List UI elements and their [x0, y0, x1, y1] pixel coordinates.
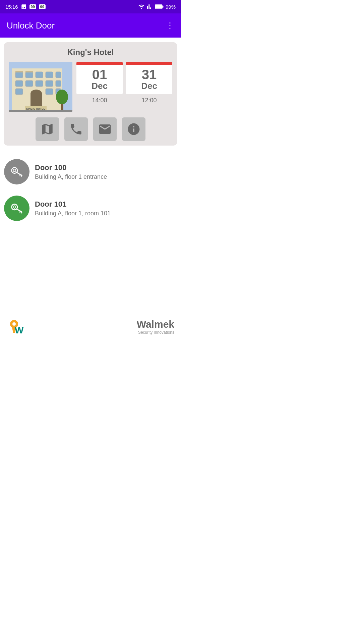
walmek-keyhole-logo: W [7, 317, 25, 336]
status-left: 15:16 99 99 [5, 4, 46, 10]
hotel-main: KING'S HOTEL 01 Dec 31 [9, 62, 172, 112]
svg-rect-26 [9, 110, 72, 112]
hotel-card: King's Hotel [4, 42, 177, 146]
footer-logo-left: W [7, 317, 25, 336]
checkout-time: 12:00 [126, 97, 172, 104]
svg-rect-18 [46, 89, 53, 95]
svg-rect-11 [56, 72, 61, 78]
map-button[interactable] [36, 117, 59, 141]
door-item-101[interactable]: Door 101 Building A, floor 1, room 101 [4, 190, 177, 226]
door-101-info: Door 101 Building A, floor 1, room 101 [35, 200, 177, 217]
checkout-month: Dec [127, 81, 171, 91]
checkin-time: 14:00 [76, 97, 123, 104]
time: 15:16 [5, 4, 18, 10]
dates-container: 01 Dec 31 Dec 14:00 12:00 [76, 62, 172, 104]
key-icon-100 [9, 164, 24, 179]
checkout-header [126, 62, 172, 65]
svg-rect-17 [15, 89, 23, 95]
door-101-desc: Building A, floor 1, room 101 [35, 210, 177, 217]
svg-rect-1 [155, 5, 162, 8]
hotel-name: King's Hotel [9, 48, 172, 57]
door-item-100[interactable]: Door 100 Building A, floor 1 entrance [4, 154, 177, 190]
email-button[interactable] [93, 117, 117, 141]
door-101-name: Door 101 [35, 200, 177, 209]
status-right: 99% [138, 3, 176, 10]
info-button[interactable] [122, 117, 145, 141]
date-times: 14:00 12:00 [76, 97, 172, 104]
signal-icon [147, 4, 153, 10]
svg-rect-13 [25, 80, 33, 87]
brand-tagline: Security Innovations [138, 330, 174, 335]
svg-point-33 [13, 206, 16, 208]
photo-icon [21, 4, 27, 10]
svg-rect-12 [15, 80, 23, 87]
svg-rect-7 [15, 72, 23, 78]
checkin-month: Dec [78, 81, 121, 91]
svg-point-23 [56, 90, 68, 104]
battery-icon [155, 4, 164, 9]
svg-rect-21 [25, 71, 33, 72]
more-menu-button[interactable]: ⋮ [166, 21, 174, 30]
date-boxes: 01 Dec 31 Dec [76, 62, 172, 94]
status-bar: 15:16 99 99 99% [0, 0, 181, 13]
notif-badge-1: 99 [29, 4, 36, 9]
door-100-icon-circle [4, 159, 29, 184]
footer: W Walmek Security Innovations [0, 311, 181, 344]
svg-rect-8 [25, 72, 33, 78]
phone-button[interactable] [64, 117, 88, 141]
door-list: Door 100 Building A, floor 1 entrance Do… [0, 150, 181, 230]
checkout-day: 31 [127, 68, 171, 81]
battery-percent: 99% [166, 4, 176, 10]
brand-name: Walmek [137, 319, 174, 330]
list-divider [4, 230, 177, 230]
checkout-date-box[interactable]: 31 Dec [126, 62, 172, 94]
door-100-info: Door 100 Building A, floor 1 entrance [35, 163, 177, 180]
svg-rect-2 [162, 6, 163, 8]
svg-rect-14 [36, 80, 43, 87]
checkin-date-box[interactable]: 01 Dec [76, 62, 123, 94]
wifi-icon [138, 3, 145, 10]
door-100-desc: Building A, floor 1 entrance [35, 173, 177, 180]
svg-point-6 [31, 90, 42, 98]
door-100-name: Door 100 [35, 163, 177, 172]
svg-rect-10 [46, 72, 53, 78]
app-title: Unlock Door [7, 20, 55, 31]
svg-rect-20 [15, 71, 23, 72]
hotel-image: KING'S HOTEL [9, 62, 72, 112]
app-bar: Unlock Door ⋮ [0, 13, 181, 38]
footer-logo-right: Walmek Security Innovations [137, 319, 174, 335]
checkout-content: 31 Dec [126, 65, 172, 94]
action-icons [9, 117, 172, 141]
door-101-icon-circle [4, 196, 29, 221]
svg-rect-16 [56, 80, 61, 87]
svg-rect-15 [46, 80, 53, 87]
key-icon-101 [9, 201, 24, 216]
checkin-day: 01 [78, 68, 121, 81]
svg-rect-9 [36, 72, 43, 78]
notif-badge-2: 99 [39, 4, 46, 9]
svg-point-28 [13, 169, 16, 172]
checkin-header [76, 62, 123, 65]
checkin-content: 01 Dec [76, 65, 123, 94]
svg-text:W: W [15, 325, 24, 335]
